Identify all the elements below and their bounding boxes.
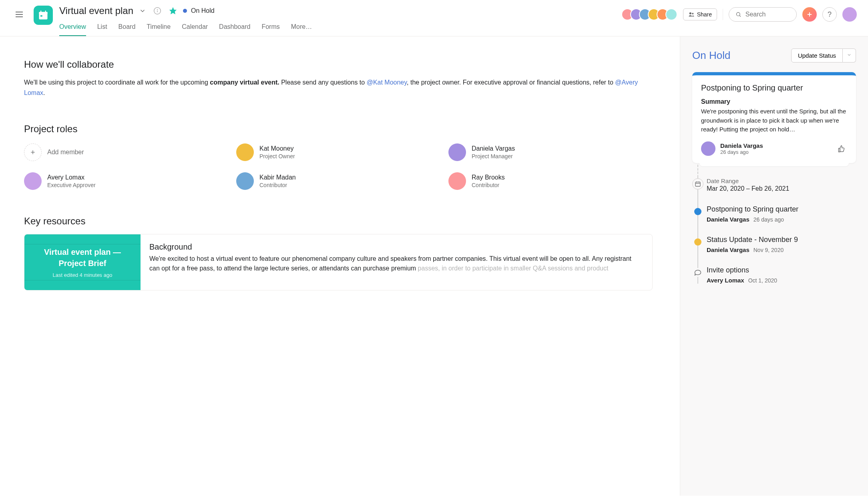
tab-overview[interactable]: Overview (59, 21, 86, 36)
calendar-icon (38, 10, 49, 21)
tab-timeline[interactable]: Timeline (147, 21, 171, 36)
avatar (236, 143, 254, 161)
project-info-button[interactable] (152, 5, 163, 16)
search-icon (735, 11, 741, 18)
timeline-item[interactable]: Invite options Avery LomaxOct 1, 2020 (707, 266, 856, 284)
roles-heading: Project roles (24, 123, 653, 135)
tab-more[interactable]: More… (291, 21, 312, 36)
status-dot (183, 9, 187, 13)
hamburger-menu-button[interactable] (11, 5, 27, 20)
title-dropdown-button[interactable] (137, 6, 148, 16)
avatar (665, 8, 677, 20)
comment-icon (694, 268, 702, 276)
main-content: How we'll collaborate We'll be using thi… (0, 36, 680, 496)
search-input[interactable] (745, 11, 790, 18)
tab-dashboard[interactable]: Dashboard (219, 21, 250, 36)
tab-calendar[interactable]: Calendar (182, 21, 208, 36)
hamburger-icon (14, 10, 24, 19)
chevron-down-icon (847, 52, 852, 57)
status-label[interactable]: On Hold (191, 7, 215, 14)
chevron-down-icon (139, 7, 146, 14)
star-icon (169, 6, 177, 15)
timeline-date-range: Date Range Mar 20, 2020 – Feb 26, 2021 (707, 177, 856, 192)
update-status-button[interactable]: Update Status (791, 48, 843, 63)
svg-rect-4 (39, 12, 48, 14)
resource-preview: Background We're excited to host a virtu… (141, 234, 652, 290)
plus-icon (30, 149, 36, 155)
status-dot-icon (694, 208, 701, 215)
timeline-item[interactable]: Postponing to Spring quarter Daniela Var… (707, 205, 856, 223)
section-collaborate: How we'll collaborate We'll be using thi… (24, 59, 653, 98)
share-label: Share (697, 11, 712, 18)
svg-rect-6 (45, 10, 46, 13)
search-box[interactable] (729, 7, 797, 22)
add-member-button[interactable]: Add member (24, 143, 228, 161)
top-header: Virtual event plan On Hold Overview List… (0, 0, 868, 36)
collaborate-heading: How we'll collaborate (24, 59, 653, 70)
global-add-button[interactable] (802, 7, 817, 22)
resources-heading: Key resources (24, 216, 653, 227)
status-update-card[interactable]: Postponing to Spring quarter Summary We'… (692, 72, 856, 163)
divider (723, 9, 723, 20)
section-roles: Project roles Add member Kat MooneyProje… (24, 123, 653, 190)
role-member[interactable]: Ray BrooksContributor (448, 172, 653, 190)
role-member[interactable]: Kat MooneyProject Owner (236, 143, 440, 161)
plus-icon (806, 11, 813, 18)
update-status-dropdown[interactable] (843, 48, 856, 63)
calendar-icon (695, 181, 701, 187)
me-avatar[interactable] (842, 7, 857, 22)
status-panel: On Hold Update Status Postponing to Spri… (680, 36, 868, 496)
resource-card[interactable]: Virtual event plan — Project Brief Last … (24, 234, 653, 290)
info-icon (153, 7, 161, 15)
svg-point-13 (692, 13, 693, 14)
project-title: Virtual event plan (59, 5, 133, 16)
avatar (448, 172, 466, 190)
project-tabs: Overview List Board Timeline Calendar Da… (59, 21, 615, 36)
avatar (701, 141, 715, 156)
svg-marker-11 (169, 7, 177, 14)
status-dot-icon (694, 238, 701, 246)
activity-timeline: Date Range Mar 20, 2020 – Feb 26, 2021 P… (692, 177, 856, 284)
resource-thumbnail: Virtual event plan — Project Brief Last … (24, 234, 141, 290)
tab-forms[interactable]: Forms (261, 21, 279, 36)
timeline-item[interactable]: Status Update - November 9 Daniela Varga… (707, 236, 856, 253)
add-member-icon-circle (24, 143, 42, 161)
section-resources: Key resources Virtual event plan — Proje… (24, 216, 653, 290)
svg-rect-20 (695, 182, 700, 186)
card-stack-decoration (699, 163, 849, 166)
avatar (24, 172, 42, 190)
member-avatar-stack[interactable] (621, 8, 677, 20)
like-button[interactable] (836, 143, 847, 154)
svg-line-15 (739, 16, 741, 17)
svg-point-14 (736, 12, 740, 16)
avatar (448, 143, 466, 161)
role-member[interactable]: Avery LomaxExecutive Approver (24, 172, 228, 190)
mention-kat[interactable]: @Kat Mooney (367, 79, 407, 86)
help-button[interactable]: ? (822, 7, 837, 22)
svg-rect-5 (40, 10, 41, 13)
tab-list[interactable]: List (97, 21, 107, 36)
add-member-label: Add member (47, 149, 84, 156)
svg-point-12 (689, 12, 691, 14)
svg-rect-7 (40, 15, 42, 17)
share-button[interactable]: Share (683, 8, 717, 20)
role-member[interactable]: Kabir MadanContributor (236, 172, 440, 190)
tab-board[interactable]: Board (119, 21, 136, 36)
collaborate-text: We'll be using this project to coordinat… (24, 77, 653, 98)
avatar (236, 172, 254, 190)
svg-point-10 (157, 9, 158, 10)
star-button[interactable] (167, 5, 179, 17)
role-member[interactable]: Daniela VargasProject Manager (448, 143, 653, 161)
project-icon (34, 6, 53, 25)
thumbs-up-icon (838, 145, 846, 153)
panel-status-title: On Hold (692, 49, 730, 62)
people-icon (688, 11, 695, 18)
